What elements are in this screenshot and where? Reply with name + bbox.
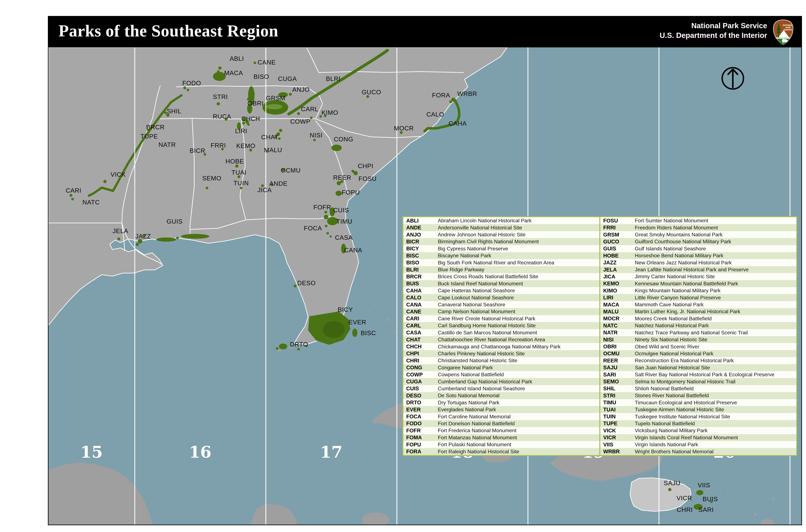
park-label-ever: EVER: [348, 319, 366, 326]
park-code: CHAT: [403, 337, 438, 343]
park-name: Vicksburg National Military Park: [635, 428, 708, 434]
park-label-cari: CARI: [65, 187, 81, 194]
park-name: Tupelo National Battlefield: [635, 421, 695, 426]
park-label-viis: VIIS: [698, 482, 710, 489]
park-code: CHCH: [403, 344, 438, 350]
legend-row-drto: DRTODry Tortugas National Park: [403, 399, 599, 406]
legend-row-fosu: FOSUFort Sumter National Monument: [600, 217, 796, 224]
park-label-malu: MALU: [264, 147, 282, 153]
legend-row-bicy: BICYBig Cypress National Preserve: [403, 245, 599, 252]
legend-row-malu: MALUMartin Luther King, Jr. National His…: [600, 308, 796, 315]
park-label-nisi: NISI: [310, 132, 323, 139]
park-label-tuin: TUIN: [234, 179, 249, 187]
park-code: FOPU: [403, 441, 438, 448]
park-label-ande: ANDE: [269, 180, 287, 187]
legend-row-foma: FOMAFort Matanzas National Monument: [403, 434, 599, 441]
agency-line2: U.S. Department of the Interior: [660, 31, 767, 40]
park-label-bicy: BICY: [338, 306, 353, 313]
grid-number-16: 16: [189, 442, 211, 461]
legend-row-bisc: BISCBiscayne National Park: [403, 252, 599, 259]
park-label-tuai: TUAI: [231, 169, 247, 176]
legend-row-abli: ABLIAbraham Lincoln National Historical …: [403, 217, 599, 224]
map-area: 151617181920 ABLICANEMACAFODOBISOCUGABLR…: [49, 48, 801, 525]
legend-row-semo: SEMOSelma to Montgomery National Histori…: [600, 378, 796, 385]
park-name: Andersonville National Historical Site: [438, 225, 522, 231]
park-name: New Orleans Jazz National Historical Par…: [635, 260, 732, 266]
park-label-cong: CONG: [334, 136, 353, 143]
park-label-saju: SAJU: [664, 480, 680, 487]
park-label-liri: LIRI: [235, 128, 247, 134]
legend-row-carl: CARLCarl Sandburg Home National Historic…: [403, 322, 599, 329]
legend-row-wrbr: WRBRWright Brothers National Memorial: [600, 448, 796, 455]
park-code: CUGA: [403, 379, 438, 385]
park-label-mocr: MOCR: [394, 125, 414, 132]
legend-column-right: FOSUFort Sumter National MonumentFRRIFre…: [599, 217, 796, 455]
park-name: Dry Tortugas National Park: [438, 400, 499, 405]
logo-text-1: NATIONAL: [783, 24, 793, 26]
park-label-tupe: TUPE: [140, 133, 158, 140]
park-code: BICR: [403, 239, 438, 245]
legend-row-chpi: CHPICharles Pinkney National Historic Si…: [403, 350, 599, 357]
legend-row-frri: FRRIFreedom Riders National Monument: [600, 224, 796, 231]
park-label-fora: FORA: [432, 92, 450, 99]
legend-row-tuin: TUINTuskegee Institute National Historic…: [600, 413, 796, 420]
legend-row-jica: JICAJimmy Carter National Historic Site: [600, 273, 796, 280]
legend-row-viis: VIISVirgin Islands National Park: [600, 441, 796, 448]
park-name: Ocmulgee National Historical Park: [635, 350, 713, 357]
park-code: MOCR: [600, 316, 635, 322]
park-code: TUAI: [600, 406, 635, 413]
park-name: Cowpens National Battlefield: [438, 372, 504, 378]
park-label-stri: STRI: [213, 93, 228, 100]
legend-row-guis: GUISGulf Islands National Seashore: [600, 245, 796, 252]
park-label-timu: TIMU: [336, 218, 352, 225]
park-label-drto: DRTO: [290, 341, 308, 348]
legend-row-cowp: COWPCowpens National Battlefield: [403, 371, 599, 378]
park-code: CALO: [403, 294, 438, 301]
park-code: GUIS: [600, 246, 635, 252]
park-name: Virgin Islands Coral Reef National Monum…: [635, 435, 738, 441]
park-name: Cane River Creole National Historical Pa…: [438, 316, 535, 322]
park-name: Cape Lookout National Seashore: [438, 295, 514, 301]
legend-row-maca: MACAMammoth Cave National Park: [600, 301, 796, 308]
logo-text-3: SERVICE: [784, 29, 792, 31]
park-name: San Juan National Historical Site: [635, 365, 710, 370]
legend-row-reer: REERReconstruction Era National Historic…: [600, 357, 796, 364]
park-name: Big South Fork National River and Recrea…: [438, 260, 554, 266]
park-label-semo: SEMO: [202, 175, 222, 182]
park-label-frri: FRRI: [211, 142, 226, 149]
page-title: Parks of the Southeast Region: [58, 21, 279, 40]
park-code: STRI: [600, 393, 635, 399]
legend-row-tuai: TUAITuskegee Airmen National Historic Si…: [600, 406, 796, 413]
park-code: GUCO: [600, 239, 635, 245]
park-code: TUPE: [600, 420, 635, 426]
park-label-brcr: BRCR: [146, 124, 165, 131]
park-code: LIRI: [600, 294, 635, 301]
park-name: Shiloh National Battlefield: [635, 386, 694, 392]
park-name: Moores Creek National Battlefield: [635, 316, 712, 322]
park-label-foca: FOCA: [304, 225, 322, 232]
park-name: Fort Matanzas National Monument: [438, 435, 517, 441]
park-label-hobe: HOBE: [226, 158, 244, 165]
map-sheet: Parks of the Southeast Region National P…: [48, 16, 802, 525]
park-code: CARI: [403, 316, 438, 322]
legend-row-hobe: HOBEHorseshoe Bend National Military Par…: [600, 252, 796, 259]
legend-row-liri: LIRILittle River Canyon National Preserv…: [600, 294, 796, 301]
park-label-maca: MACA: [224, 70, 243, 76]
legend-row-vick: VICKVicksburg National Military Park: [600, 427, 796, 434]
park-label-natc: NATC: [82, 199, 100, 206]
park-code: BLRI: [403, 267, 438, 273]
park-name: Fort Donelson National Battlefield: [438, 421, 515, 426]
park-code: FODO: [403, 420, 438, 426]
park-name: Freedom Riders National Monument: [635, 225, 718, 231]
park-name: Congaree National Park: [438, 365, 493, 370]
grid-number-15: 15: [80, 442, 103, 461]
park-name: Reconstruction Era National Historical P…: [635, 358, 734, 363]
legend-column-left: ABLIAbraham Lincoln National Historical …: [403, 217, 599, 455]
park-code: CANA: [403, 302, 438, 308]
park-code: JICA: [600, 273, 635, 280]
legend-row-blri: BLRIBlue Ridge Parkway: [403, 266, 599, 273]
park-name: Fort Raleigh National Historical Site: [438, 449, 519, 455]
park-label-wrbr: WRBR: [457, 90, 477, 97]
park-code: SAJU: [600, 364, 635, 370]
header-bar: Parks of the Southeast Region National P…: [49, 17, 801, 48]
